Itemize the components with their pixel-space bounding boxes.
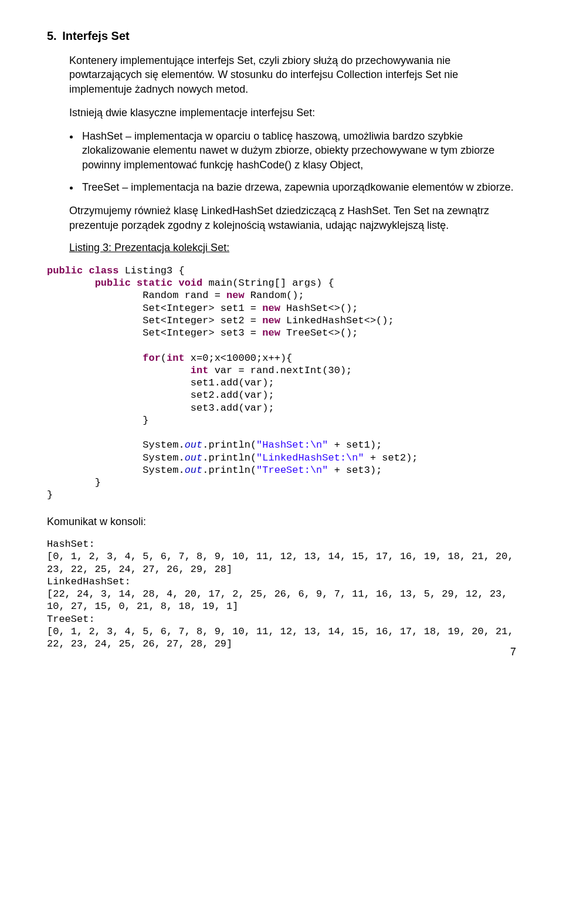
code-token: "HashSet:\n" [256, 439, 328, 451]
code-token: void [178, 277, 202, 289]
code-token: "TreeSet:\n" [256, 465, 328, 476]
code-token: System. [143, 452, 184, 463]
list-item: HashSet – implementacja w oparciu o tabl… [80, 129, 516, 172]
code-token: Listing3 { [125, 265, 185, 276]
listing-label: Listing 3: Prezentacja kolekcji Set: [69, 242, 516, 254]
code-token: int [191, 365, 209, 376]
code-token: System. [143, 439, 184, 451]
code-token: x=0;x<10000;x++){ [185, 353, 293, 364]
code-token: public [47, 265, 83, 276]
code-token: set1.add(var); [191, 377, 274, 388]
code-token: Random rand = [143, 290, 226, 301]
code-token: new [262, 315, 280, 326]
code-token: out [185, 452, 203, 463]
console-output: HashSet: [0, 1, 2, 3, 4, 5, 6, 7, 8, 9, … [47, 538, 516, 650]
code-token: + set1); [328, 439, 382, 451]
code-token: "LinkedHashSet:\n" [256, 452, 364, 463]
intro-paragraph-2: Istnieją dwie klasyczne implementacje in… [69, 106, 516, 120]
code-token: static [137, 277, 172, 289]
code-token: .println( [202, 465, 256, 476]
console-label: Komunikat w konsoli: [47, 515, 516, 529]
code-token: main(String[] args) { [208, 277, 334, 289]
section-heading: 5. Interfejs Set [47, 29, 516, 43]
code-token: new [262, 303, 280, 314]
code-token: .println( [202, 452, 256, 463]
code-token: var = rand.nextInt(30); [208, 365, 352, 376]
code-token: .println( [202, 439, 256, 451]
linkedhashset-paragraph: Otrzymujemy również klasę LinkedHashSet … [69, 204, 516, 232]
code-token: for [143, 353, 161, 364]
code-token: int [167, 353, 185, 364]
code-token: public [95, 277, 131, 289]
code-token: new [226, 290, 245, 301]
code-token: } [47, 489, 53, 500]
intro-paragraph-1: Kontenery implementujące interfejs Set, … [69, 53, 516, 96]
section-number: 5. [47, 29, 57, 42]
implementations-list: HashSet – implementacja w oparciu o tabl… [80, 129, 516, 194]
code-listing: public class Listing3 { public static vo… [47, 265, 516, 502]
list-item: TreeSet – implementacja na bazie drzewa,… [80, 180, 516, 194]
code-token: LinkedHashSet<>(); [280, 315, 394, 326]
code-token: ( [161, 353, 167, 364]
code-token: new [262, 327, 280, 339]
code-token: out [185, 465, 203, 476]
page: 5. Interfejs Set Kontenery implementując… [0, 0, 563, 668]
code-token: Set<Integer> set1 = [143, 303, 262, 314]
code-token: } [143, 415, 148, 426]
code-token: class [89, 265, 118, 276]
code-token: set2.add(var); [191, 390, 274, 401]
page-number: 7 [510, 646, 516, 658]
code-token: System. [143, 465, 184, 476]
code-token: out [185, 439, 203, 451]
code-token: Set<Integer> set2 = [143, 315, 262, 326]
code-token: TreeSet<>(); [280, 327, 358, 339]
code-token: HashSet<>(); [280, 303, 358, 314]
code-token: set3.add(var); [191, 402, 274, 414]
code-token: + set2); [364, 452, 418, 463]
code-token: Random(); [245, 290, 304, 301]
code-token: + set3); [328, 465, 382, 476]
code-token: } [95, 477, 101, 488]
section-title: Interfejs Set [62, 29, 129, 42]
code-token: Set<Integer> set3 = [143, 327, 262, 339]
